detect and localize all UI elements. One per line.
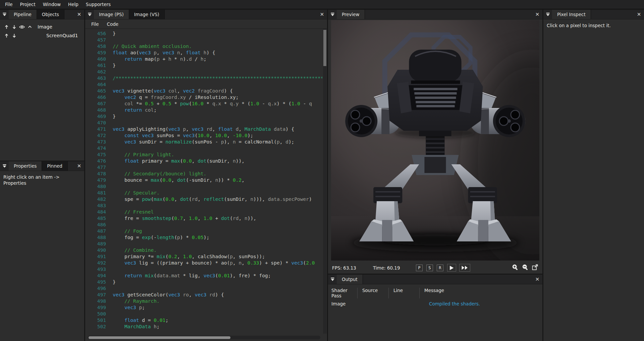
menu-item-project[interactable]: Project xyxy=(16,0,39,9)
panel-collapse-icon[interactable] xyxy=(328,10,337,19)
tab-pixel-inspect[interactable]: Pixel Inspect xyxy=(552,10,591,19)
line-number: 501 xyxy=(85,317,106,324)
code-line: 461} xyxy=(85,62,322,69)
code-line: 460 return map(p + h * n).d / h; xyxy=(85,56,322,62)
s-button[interactable]: S xyxy=(426,265,433,271)
code-line: 471vec3 applyLighting(vec3 p, vec3 rd, f… xyxy=(85,126,322,132)
code-line: 480 xyxy=(85,183,322,190)
collapse-icon[interactable] xyxy=(26,25,34,28)
line-number: 470 xyxy=(85,120,106,126)
editor-tabs: Image (PS)Image (VS) xyxy=(94,10,165,19)
zoom-in-icon[interactable] xyxy=(512,264,519,272)
code-line: 485 fre = smoothstep(0.7, 1.0, 1.0 + dot… xyxy=(85,215,322,222)
output-header-cell: Line xyxy=(393,288,420,298)
tab-output[interactable]: Output xyxy=(337,275,363,284)
panel-collapse-icon[interactable] xyxy=(543,10,552,19)
code-line: 466 vec2 q = fragCoord.xy / iResolution.… xyxy=(85,94,322,101)
line-number: 489 xyxy=(85,241,106,247)
line-number: 472 xyxy=(85,132,106,139)
output-rows: ImageCompiled the shaders. xyxy=(328,300,542,308)
close-icon[interactable]: ✕ xyxy=(634,10,644,19)
close-icon[interactable]: ✕ xyxy=(317,10,327,19)
visibility-icon[interactable] xyxy=(18,25,26,29)
tab-pipeline[interactable]: Pipeline xyxy=(9,10,37,19)
preview-render[interactable] xyxy=(331,20,539,261)
close-icon[interactable]: ✕ xyxy=(532,10,542,19)
shadered-window: FileProjectWindowHelpSupporters Pipeline… xyxy=(0,0,644,341)
zoom-controls xyxy=(512,264,538,272)
r-button[interactable]: R xyxy=(437,265,443,271)
node-label: ScreenQuad1 xyxy=(46,33,78,38)
panel-collapse-icon[interactable] xyxy=(85,10,94,19)
output-header-row: Shader PassSourceLineMessage xyxy=(328,284,542,300)
properties-hint: Right click on an item -> Properties xyxy=(0,171,84,190)
close-icon[interactable]: ✕ xyxy=(74,161,84,171)
vertical-scrollbar-thumb[interactable] xyxy=(323,30,326,66)
code-line: 462 xyxy=(85,69,322,75)
pipeline-tabs: PipelineObjects xyxy=(9,10,64,19)
code-line: 483 xyxy=(85,203,322,209)
output-row[interactable]: ImageCompiled the shaders. xyxy=(328,300,542,308)
tree-row-screenquad1[interactable]: ScreenQuad1 xyxy=(0,31,84,40)
line-number: 496 xyxy=(85,285,106,292)
fast-forward-button[interactable] xyxy=(459,264,470,272)
robot-render-image xyxy=(331,20,539,261)
panel-collapse-icon[interactable] xyxy=(328,275,337,284)
line-number: 482 xyxy=(85,196,106,203)
line-number: 465 xyxy=(85,88,106,94)
code-line: 501 float d = 0.01; xyxy=(85,317,322,324)
editor-menu-file[interactable]: File xyxy=(87,21,103,27)
line-number: 463 xyxy=(85,75,106,81)
code-line: 459float ao(vec3 p, vec3 n, float h) { xyxy=(85,50,322,56)
line-number: 479 xyxy=(85,177,106,183)
open-in-window-icon[interactable] xyxy=(532,264,538,271)
panel-collapse-icon[interactable] xyxy=(0,161,9,171)
code-line: 469} xyxy=(85,113,322,120)
preview-tabbar: Preview ✕ xyxy=(328,10,542,19)
line-number: 457 xyxy=(85,37,106,43)
menu-item-file[interactable]: File xyxy=(1,0,16,9)
menu-item-help[interactable]: Help xyxy=(64,0,82,9)
code-area[interactable]: 456}457458// Quick ambient occlusion.459… xyxy=(85,29,322,334)
move-up-icon[interactable] xyxy=(3,34,10,38)
close-icon[interactable]: ✕ xyxy=(532,275,542,284)
editor-menu-code[interactable]: Code xyxy=(103,21,123,27)
tab-properties[interactable]: Properties xyxy=(9,161,42,171)
line-number: 460 xyxy=(85,56,106,62)
preview-panel: Preview ✕ xyxy=(328,10,542,274)
tab-pinned[interactable]: Pinned xyxy=(42,161,68,171)
output-cell: Image xyxy=(331,301,362,306)
code-line: 468 return col; xyxy=(85,107,322,113)
code-line: 465vec3 vignette(vec3 col, vec2 fragCoor… xyxy=(85,88,322,94)
zoom-out-icon[interactable] xyxy=(522,264,529,272)
code-line: 500 xyxy=(85,311,322,317)
move-down-icon[interactable] xyxy=(10,25,18,29)
menu-item-window[interactable]: Window xyxy=(39,0,64,9)
vertical-scrollbar[interactable] xyxy=(323,29,327,334)
menubar-items: FileProjectWindowHelpSupporters xyxy=(1,0,114,9)
code-line: 472 const vec3 sunPos = vec3(10.0, 10.0,… xyxy=(85,132,322,139)
move-down-icon[interactable] xyxy=(10,34,18,38)
move-up-icon[interactable] xyxy=(3,25,10,29)
code-line: 456} xyxy=(85,31,322,37)
close-icon[interactable]: ✕ xyxy=(74,10,84,19)
preview-tabs: Preview xyxy=(337,10,365,19)
output-tabs: Output xyxy=(337,275,363,284)
menu-item-supporters[interactable]: Supporters xyxy=(82,0,114,9)
tab-image-vs[interactable]: Image (VS) xyxy=(129,10,165,19)
p-button[interactable]: P xyxy=(416,265,423,271)
line-number: 480 xyxy=(85,183,106,190)
line-number: 485 xyxy=(85,215,106,222)
output-header-cell: Message xyxy=(424,288,538,298)
code-line: 487 // Fog xyxy=(85,228,322,234)
tab-preview[interactable]: Preview xyxy=(337,10,365,19)
tab-image-ps[interactable]: Image (PS) xyxy=(94,10,129,19)
panel-collapse-icon[interactable] xyxy=(0,10,9,19)
play-button[interactable] xyxy=(447,264,456,272)
horizontal-scrollbar[interactable] xyxy=(88,336,320,339)
horizontal-scrollbar-thumb[interactable] xyxy=(89,336,230,339)
tab-objects[interactable]: Objects xyxy=(37,10,64,19)
tree-row-image[interactable]: Image xyxy=(0,22,84,31)
node-label: Image xyxy=(38,24,52,30)
line-number: 471 xyxy=(85,126,106,132)
